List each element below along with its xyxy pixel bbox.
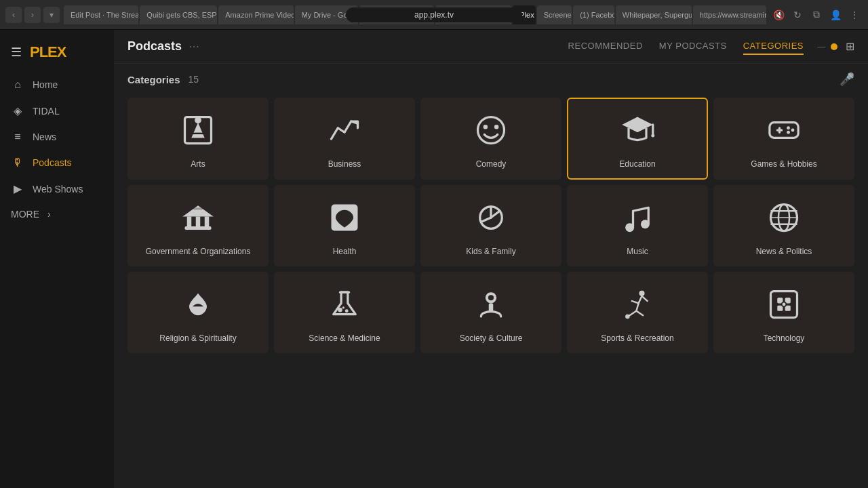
svg-point-9 bbox=[651, 134, 654, 138]
music-label: Music bbox=[627, 247, 648, 256]
education-icon bbox=[620, 113, 655, 152]
category-news-politics[interactable]: News & Politics bbox=[713, 185, 854, 266]
business-label: Business bbox=[328, 159, 361, 169]
svg-rect-18 bbox=[187, 216, 192, 226]
sidebar-item-home-label: Home bbox=[33, 79, 58, 90]
browser-tab-0[interactable]: Edit Post · The Streaming A... bbox=[64, 5, 138, 24]
slider-handle[interactable] bbox=[831, 43, 837, 50]
categories-count: 15 bbox=[189, 74, 199, 85]
svg-point-36 bbox=[338, 307, 342, 312]
page-title-section: Podcasts ⋯ bbox=[127, 39, 199, 54]
history-button[interactable]: ▾ bbox=[43, 7, 60, 23]
news-icon: ≡ bbox=[11, 131, 24, 143]
browser-nav-buttons: ‹ › ▾ bbox=[5, 7, 60, 23]
page-options-icon[interactable]: ⋯ bbox=[189, 40, 199, 53]
category-religion[interactable]: Religion & Spirituality bbox=[127, 272, 269, 353]
sidebar-item-webshows[interactable]: ▶ Web Shows bbox=[0, 176, 114, 202]
reload-button[interactable]: ↻ bbox=[789, 7, 806, 23]
browser-chrome: ‹ › ▾ Edit Post · The Streaming A... Qui… bbox=[0, 0, 868, 30]
business-icon bbox=[327, 113, 362, 152]
svg-point-29 bbox=[641, 220, 650, 228]
tab-categories[interactable]: CATEGORIES bbox=[743, 38, 804, 55]
svg-point-40 bbox=[488, 295, 494, 300]
app-container: ☰ PLEX ⌂ Home ◈ TIDAL ≡ News 🎙 Podcasts … bbox=[0, 30, 868, 488]
sidebar-more[interactable]: MORE › bbox=[0, 202, 114, 226]
sidebar-item-podcasts[interactable]: 🎙 Podcasts bbox=[0, 150, 114, 176]
browser-tab-facebook[interactable]: (1) Facebook bbox=[573, 5, 614, 24]
comedy-label: Comedy bbox=[476, 159, 507, 169]
menu-button[interactable]: ⋮ bbox=[846, 7, 863, 23]
browser-tab-2[interactable]: Amazon Prime Video | 'Tom... bbox=[218, 5, 293, 24]
religion-label: Religion & Spirituality bbox=[159, 333, 236, 343]
size-slider[interactable]: — bbox=[817, 42, 837, 52]
top-bar: Podcasts ⋯ RECOMMENDED MY PODCASTS CATEG… bbox=[114, 30, 868, 64]
category-business[interactable]: Business bbox=[274, 98, 415, 180]
svg-point-38 bbox=[342, 306, 344, 308]
top-bar-actions: — ⊞ bbox=[817, 40, 854, 53]
category-education[interactable]: Education bbox=[567, 98, 708, 180]
svg-point-28 bbox=[625, 223, 634, 232]
category-arts[interactable]: Arts bbox=[127, 98, 269, 180]
sidebar-item-webshows-label: Web Shows bbox=[33, 184, 83, 195]
hamburger-icon[interactable]: ☰ bbox=[11, 45, 22, 60]
svg-line-44 bbox=[632, 301, 639, 303]
tab-my-podcasts[interactable]: MY PODCASTS bbox=[659, 38, 727, 55]
svg-rect-22 bbox=[194, 207, 203, 209]
main-content: Podcasts ⋯ RECOMMENDED MY PODCASTS CATEG… bbox=[114, 30, 868, 488]
sidebar-item-news[interactable]: ≡ News bbox=[0, 124, 114, 150]
tab-recommended[interactable]: RECOMMENDED bbox=[568, 38, 643, 55]
forward-button[interactable]: › bbox=[24, 7, 41, 23]
browser-tab-wp[interactable]: Whitepaper, Superguides, R... bbox=[616, 5, 692, 24]
sidebar: ☰ PLEX ⌂ Home ◈ TIDAL ≡ News 🎙 Podcasts … bbox=[0, 30, 114, 488]
education-label: Education bbox=[619, 159, 655, 169]
grid-view-icon[interactable]: ⊞ bbox=[846, 40, 854, 53]
religion-icon bbox=[180, 287, 216, 327]
browser-tab-screeners[interactable]: Screeners bbox=[537, 5, 572, 24]
extensions-button[interactable]: ⧉ bbox=[808, 7, 825, 23]
account-button[interactable]: 👤 bbox=[827, 7, 844, 23]
svg-point-4 bbox=[478, 117, 505, 144]
arts-label: Arts bbox=[191, 159, 205, 169]
games-icon bbox=[766, 113, 802, 152]
sidebar-item-tidal[interactable]: ◈ TIDAL bbox=[0, 98, 114, 124]
mute-button[interactable]: 🔇 bbox=[770, 7, 787, 23]
svg-line-46 bbox=[630, 310, 637, 315]
svg-line-49 bbox=[642, 296, 648, 300]
chevron-right-icon: › bbox=[47, 209, 51, 220]
back-button[interactable]: ‹ bbox=[5, 7, 22, 23]
sidebar-item-home[interactable]: ⌂ Home bbox=[0, 72, 114, 98]
svg-point-56 bbox=[783, 302, 786, 306]
browser-tab-1[interactable]: Quibi gets CBS, ESPN to sig... bbox=[140, 5, 217, 24]
svg-marker-7 bbox=[622, 117, 653, 133]
category-music[interactable]: Music bbox=[567, 185, 708, 266]
tidal-icon: ◈ bbox=[11, 104, 24, 117]
category-health[interactable]: Health bbox=[274, 185, 415, 266]
category-comedy[interactable]: Comedy bbox=[420, 98, 561, 180]
category-technology[interactable]: Technology bbox=[713, 272, 854, 353]
category-kids[interactable]: Kids & Family bbox=[420, 185, 561, 266]
categories-bar: Categories 15 🎤 bbox=[114, 64, 868, 95]
technology-label: Technology bbox=[764, 333, 805, 343]
music-icon bbox=[620, 200, 655, 240]
address-bar[interactable]: app.plex.tv bbox=[346, 7, 522, 22]
svg-line-27 bbox=[481, 218, 491, 222]
category-society[interactable]: Society & Culture bbox=[420, 272, 561, 353]
category-sports[interactable]: Sports & Recreation bbox=[567, 272, 708, 353]
category-science[interactable]: Science & Medicine bbox=[274, 272, 415, 353]
podcasts-icon: 🎙 bbox=[11, 157, 24, 169]
svg-point-13 bbox=[787, 126, 790, 129]
technology-icon bbox=[766, 287, 802, 327]
svg-marker-21 bbox=[182, 205, 214, 216]
page-title: Podcasts bbox=[127, 39, 182, 54]
government-label: Government & Organizations bbox=[146, 247, 251, 256]
svg-line-47 bbox=[636, 310, 643, 315]
category-games[interactable]: Games & Hobbies bbox=[713, 98, 854, 180]
health-label: Health bbox=[333, 247, 357, 256]
webshows-icon: ▶ bbox=[11, 182, 24, 195]
microphone-icon[interactable]: 🎤 bbox=[840, 72, 854, 87]
category-government[interactable]: Government & Organizations bbox=[127, 185, 269, 266]
society-label: Society & Culture bbox=[460, 333, 523, 343]
kids-label: Kids & Family bbox=[466, 247, 515, 256]
browser-tab-streaming[interactable]: https://www.streamingmedi... bbox=[693, 5, 766, 24]
sidebar-more-label: MORE bbox=[11, 209, 39, 220]
